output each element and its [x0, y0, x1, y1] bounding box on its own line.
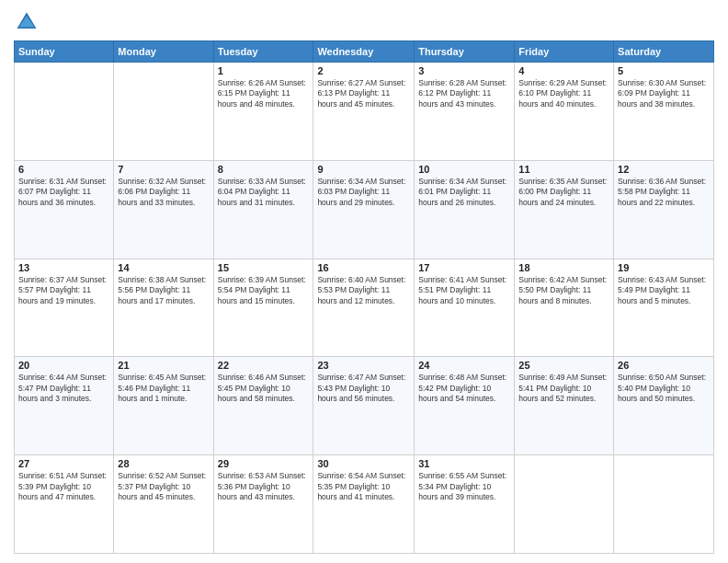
calendar-cell: 27Sunrise: 6:51 AM Sunset: 5:39 PM Dayli…: [15, 455, 114, 554]
day-number: 11: [518, 164, 609, 175]
calendar-cell: 25Sunrise: 6:49 AM Sunset: 5:41 PM Dayli…: [515, 357, 614, 455]
calendar-cell: 3Sunrise: 6:28 AM Sunset: 6:12 PM Daylig…: [415, 63, 515, 161]
day-number: 18: [518, 262, 609, 273]
day-number: 19: [618, 262, 710, 273]
calendar-cell: 26Sunrise: 6:50 AM Sunset: 5:40 PM Dayli…: [614, 357, 714, 455]
calendar-header-row: SundayMondayTuesdayWednesdayThursdayFrid…: [15, 41, 714, 63]
day-number: 12: [618, 164, 710, 175]
calendar-cell: [114, 63, 213, 161]
day-number: 28: [118, 458, 209, 469]
calendar-cell: 13Sunrise: 6:37 AM Sunset: 5:57 PM Dayli…: [15, 259, 114, 357]
day-number: 20: [18, 360, 109, 371]
cell-content: Sunrise: 6:37 AM Sunset: 5:57 PM Dayligh…: [18, 275, 109, 306]
logo: [14, 9, 43, 35]
calendar-cell: 10Sunrise: 6:34 AM Sunset: 6:01 PM Dayli…: [415, 160, 515, 259]
calendar-header-wednesday: Wednesday: [313, 41, 415, 63]
cell-content: Sunrise: 6:44 AM Sunset: 5:47 PM Dayligh…: [18, 373, 109, 404]
calendar-cell: 11Sunrise: 6:35 AM Sunset: 6:00 PM Dayli…: [515, 160, 614, 259]
logo-icon: [14, 9, 40, 35]
calendar-cell: 18Sunrise: 6:42 AM Sunset: 5:50 PM Dayli…: [515, 259, 614, 357]
calendar-header-thursday: Thursday: [415, 41, 515, 63]
calendar-cell: 2Sunrise: 6:27 AM Sunset: 6:13 PM Daylig…: [313, 63, 415, 161]
cell-content: Sunrise: 6:54 AM Sunset: 5:35 PM Dayligh…: [317, 471, 410, 502]
day-number: 16: [317, 262, 410, 273]
day-number: 9: [317, 164, 410, 175]
calendar-cell: 23Sunrise: 6:47 AM Sunset: 5:43 PM Dayli…: [313, 357, 415, 455]
cell-content: Sunrise: 6:53 AM Sunset: 5:36 PM Dayligh…: [218, 471, 310, 502]
day-number: 6: [18, 164, 109, 175]
day-number: 24: [418, 360, 510, 371]
cell-content: Sunrise: 6:30 AM Sunset: 6:09 PM Dayligh…: [618, 78, 710, 109]
calendar-cell: 14Sunrise: 6:38 AM Sunset: 5:56 PM Dayli…: [114, 259, 213, 357]
calendar-week-4: 20Sunrise: 6:44 AM Sunset: 5:47 PM Dayli…: [15, 357, 714, 455]
cell-content: Sunrise: 6:28 AM Sunset: 6:12 PM Dayligh…: [418, 78, 510, 109]
calendar-cell: 17Sunrise: 6:41 AM Sunset: 5:51 PM Dayli…: [415, 259, 515, 357]
cell-content: Sunrise: 6:33 AM Sunset: 6:04 PM Dayligh…: [218, 177, 310, 208]
calendar-cell: [614, 455, 714, 554]
calendar-cell: 24Sunrise: 6:48 AM Sunset: 5:42 PM Dayli…: [415, 357, 515, 455]
cell-content: Sunrise: 6:38 AM Sunset: 5:56 PM Dayligh…: [118, 275, 209, 306]
cell-content: Sunrise: 6:49 AM Sunset: 5:41 PM Dayligh…: [518, 373, 609, 404]
day-number: 7: [118, 164, 209, 175]
calendar-week-5: 27Sunrise: 6:51 AM Sunset: 5:39 PM Dayli…: [15, 455, 714, 554]
day-number: 15: [218, 262, 310, 273]
cell-content: Sunrise: 6:27 AM Sunset: 6:13 PM Dayligh…: [317, 78, 410, 109]
day-number: 8: [218, 164, 310, 175]
day-number: 10: [418, 164, 510, 175]
day-number: 30: [317, 458, 410, 469]
day-number: 22: [218, 360, 310, 371]
day-number: 29: [218, 458, 310, 469]
cell-content: Sunrise: 6:50 AM Sunset: 5:40 PM Dayligh…: [618, 373, 710, 404]
calendar-cell: 28Sunrise: 6:52 AM Sunset: 5:37 PM Dayli…: [114, 455, 213, 554]
calendar-cell: 9Sunrise: 6:34 AM Sunset: 6:03 PM Daylig…: [313, 160, 415, 259]
calendar-week-2: 6Sunrise: 6:31 AM Sunset: 6:07 PM Daylig…: [15, 160, 714, 259]
calendar-cell: 8Sunrise: 6:33 AM Sunset: 6:04 PM Daylig…: [213, 160, 313, 259]
calendar-cell: 15Sunrise: 6:39 AM Sunset: 5:54 PM Dayli…: [213, 259, 313, 357]
cell-content: Sunrise: 6:40 AM Sunset: 5:53 PM Dayligh…: [317, 275, 410, 306]
cell-content: Sunrise: 6:34 AM Sunset: 6:01 PM Dayligh…: [418, 177, 510, 208]
cell-content: Sunrise: 6:26 AM Sunset: 6:15 PM Dayligh…: [218, 78, 310, 109]
cell-content: Sunrise: 6:31 AM Sunset: 6:07 PM Dayligh…: [18, 177, 109, 208]
day-number: 2: [317, 65, 410, 76]
day-number: 3: [418, 65, 510, 76]
cell-content: Sunrise: 6:34 AM Sunset: 6:03 PM Dayligh…: [317, 177, 410, 208]
cell-content: Sunrise: 6:55 AM Sunset: 5:34 PM Dayligh…: [418, 471, 510, 502]
cell-content: Sunrise: 6:29 AM Sunset: 6:10 PM Dayligh…: [518, 78, 609, 109]
calendar-cell: 12Sunrise: 6:36 AM Sunset: 5:58 PM Dayli…: [614, 160, 714, 259]
calendar-cell: 1Sunrise: 6:26 AM Sunset: 6:15 PM Daylig…: [213, 63, 313, 161]
cell-content: Sunrise: 6:52 AM Sunset: 5:37 PM Dayligh…: [118, 471, 209, 502]
calendar-header-friday: Friday: [515, 41, 614, 63]
calendar-week-1: 1Sunrise: 6:26 AM Sunset: 6:15 PM Daylig…: [15, 63, 714, 161]
calendar-cell: 31Sunrise: 6:55 AM Sunset: 5:34 PM Dayli…: [415, 455, 515, 554]
calendar-cell: 22Sunrise: 6:46 AM Sunset: 5:45 PM Dayli…: [213, 357, 313, 455]
cell-content: Sunrise: 6:32 AM Sunset: 6:06 PM Dayligh…: [118, 177, 209, 208]
calendar-cell: 19Sunrise: 6:43 AM Sunset: 5:49 PM Dayli…: [614, 259, 714, 357]
day-number: 25: [518, 360, 609, 371]
calendar-cell: 20Sunrise: 6:44 AM Sunset: 5:47 PM Dayli…: [15, 357, 114, 455]
calendar-header-sunday: Sunday: [15, 41, 114, 63]
calendar-cell: 21Sunrise: 6:45 AM Sunset: 5:46 PM Dayli…: [114, 357, 213, 455]
calendar-table: SundayMondayTuesdayWednesdayThursdayFrid…: [14, 40, 714, 554]
calendar-header-monday: Monday: [114, 41, 213, 63]
calendar-cell: 4Sunrise: 6:29 AM Sunset: 6:10 PM Daylig…: [515, 63, 614, 161]
day-number: 4: [518, 65, 609, 76]
day-number: 31: [418, 458, 510, 469]
day-number: 27: [18, 458, 109, 469]
calendar-header-saturday: Saturday: [614, 41, 714, 63]
cell-content: Sunrise: 6:45 AM Sunset: 5:46 PM Dayligh…: [118, 373, 209, 404]
cell-content: Sunrise: 6:35 AM Sunset: 6:00 PM Dayligh…: [518, 177, 609, 208]
day-number: 5: [618, 65, 710, 76]
cell-content: Sunrise: 6:36 AM Sunset: 5:58 PM Dayligh…: [618, 177, 710, 208]
calendar-week-3: 13Sunrise: 6:37 AM Sunset: 5:57 PM Dayli…: [15, 259, 714, 357]
calendar-cell: [15, 63, 114, 161]
calendar-cell: 5Sunrise: 6:30 AM Sunset: 6:09 PM Daylig…: [614, 63, 714, 161]
calendar-header-tuesday: Tuesday: [213, 41, 313, 63]
cell-content: Sunrise: 6:51 AM Sunset: 5:39 PM Dayligh…: [18, 471, 109, 502]
cell-content: Sunrise: 6:47 AM Sunset: 5:43 PM Dayligh…: [317, 373, 410, 404]
cell-content: Sunrise: 6:39 AM Sunset: 5:54 PM Dayligh…: [218, 275, 310, 306]
cell-content: Sunrise: 6:43 AM Sunset: 5:49 PM Dayligh…: [618, 275, 710, 306]
cell-content: Sunrise: 6:41 AM Sunset: 5:51 PM Dayligh…: [418, 275, 510, 306]
calendar-cell: 16Sunrise: 6:40 AM Sunset: 5:53 PM Dayli…: [313, 259, 415, 357]
calendar-cell: 7Sunrise: 6:32 AM Sunset: 6:06 PM Daylig…: [114, 160, 213, 259]
calendar-cell: [515, 455, 614, 554]
